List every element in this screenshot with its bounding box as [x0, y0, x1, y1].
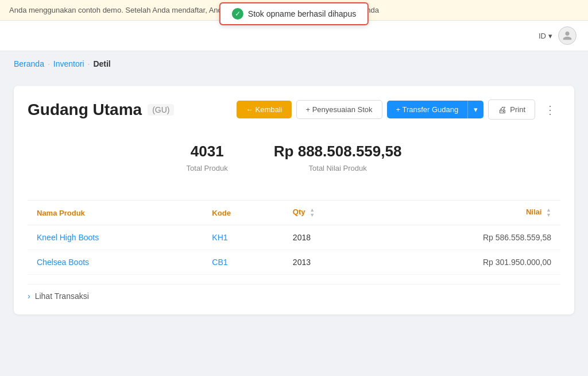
stat-total-nilai: Rp 888.508.559,58 Total Nilai Produk [274, 143, 402, 172]
toast-success-icon: ✓ [232, 8, 243, 20]
qty-sort-icon: ▲▼ [310, 208, 315, 218]
breadcrumb-inventory[interactable]: Inventori [53, 59, 84, 68]
col-qty[interactable]: Qty ▲▼ [284, 201, 372, 225]
toast-message: Stok opname berhasil dihapus [248, 9, 356, 18]
warehouse-card: Gudang Utama (GU) ← Kembali + Penyesuaia… [14, 86, 574, 314]
toast-notification: ✓ Stok opname berhasil dihapus [219, 2, 369, 25]
breadcrumb: Beranda · Inventori · Detil [0, 51, 588, 76]
breadcrumb-current: Detil [93, 59, 110, 68]
total-products-value: 4031 [187, 143, 228, 160]
product-qty-2: 2013 [284, 250, 372, 275]
breadcrumb-sep2: · [88, 59, 90, 68]
lang-chevron-icon: ▾ [548, 32, 552, 40]
language-selector[interactable]: ID ▾ [539, 32, 552, 40]
print-button[interactable]: 🖨 Print [488, 99, 535, 120]
product-code-1[interactable]: KH1 [203, 225, 284, 250]
lang-label: ID [539, 32, 546, 40]
breadcrumb-sep1: · [48, 59, 50, 68]
transfer-button[interactable]: + Transfer Gudang [387, 101, 469, 118]
card-header: Gudang Utama (GU) ← Kembali + Penyesuaia… [28, 99, 560, 120]
warehouse-name: Gudang Utama [28, 101, 142, 119]
product-nilai-1: Rp 586.558.559,58 [372, 225, 560, 250]
toast-container: ✓ Stok opname berhasil dihapus [219, 2, 369, 25]
stat-total-products: 4031 Total Produk [187, 143, 228, 172]
header-actions: ← Kembali + Penyesuaian Stok + Transfer … [237, 99, 560, 120]
lihat-transaksi-label: Lihat Transaksi [35, 291, 89, 301]
more-options-button[interactable]: ⋮ [540, 101, 560, 119]
breadcrumb-home[interactable]: Beranda [14, 59, 44, 68]
col-nama: Nama Produk [28, 201, 203, 225]
table-row: Kneel High Boots KH1 2018 Rp 586.558.559… [28, 225, 560, 250]
product-name-2[interactable]: Chelsea Boots [28, 250, 203, 275]
main-content: Gudang Utama (GU) ← Kembali + Penyesuaia… [0, 76, 588, 324]
total-products-label: Total Produk [187, 164, 228, 172]
table-head: Nama Produk Kode Qty ▲▼ Nilai ▲▼ [28, 201, 560, 225]
user-avatar[interactable] [558, 26, 577, 45]
back-button[interactable]: ← Kembali [237, 101, 292, 118]
product-qty-1: 2018 [284, 225, 372, 250]
card-footer: › Lihat Transaksi [28, 284, 560, 301]
nilai-sort-icon: ▲▼ [546, 208, 551, 218]
product-code-2[interactable]: CB1 [203, 250, 284, 275]
lihat-transaksi-button[interactable]: › Lihat Transaksi [28, 291, 560, 301]
total-nilai-value: Rp 888.508.559,58 [274, 143, 402, 160]
total-nilai-label: Total Nilai Produk [274, 164, 402, 172]
table-body: Kneel High Boots KH1 2018 Rp 586.558.559… [28, 225, 560, 275]
products-table-wrapper: Nama Produk Kode Qty ▲▼ Nilai ▲▼ [28, 200, 560, 275]
demo-notification-bar: Anda menggunakan contoh demo. Setelah An… [0, 0, 588, 21]
product-name-1[interactable]: Kneel High Boots [28, 225, 203, 250]
products-table: Nama Produk Kode Qty ▲▼ Nilai ▲▼ [28, 201, 560, 275]
warehouse-code-badge: (GU) [148, 104, 174, 116]
col-kode: Kode [203, 201, 284, 225]
table-row: Chelsea Boots CB1 2013 Rp 301.950.000,00 [28, 250, 560, 275]
stats-row: 4031 Total Produk Rp 888.508.559,58 Tota… [28, 133, 560, 182]
warehouse-title: Gudang Utama (GU) [28, 101, 174, 119]
chevron-right-icon: › [28, 291, 30, 301]
transfer-dropdown-button[interactable]: ▾ [468, 101, 483, 118]
adjustment-button[interactable]: + Penyesuaian Stok [296, 100, 382, 119]
col-nilai[interactable]: Nilai ▲▼ [372, 201, 560, 225]
transfer-button-group: + Transfer Gudang ▾ [387, 101, 484, 118]
product-nilai-2: Rp 301.950.000,00 [372, 250, 560, 275]
printer-icon: 🖨 [498, 105, 506, 114]
